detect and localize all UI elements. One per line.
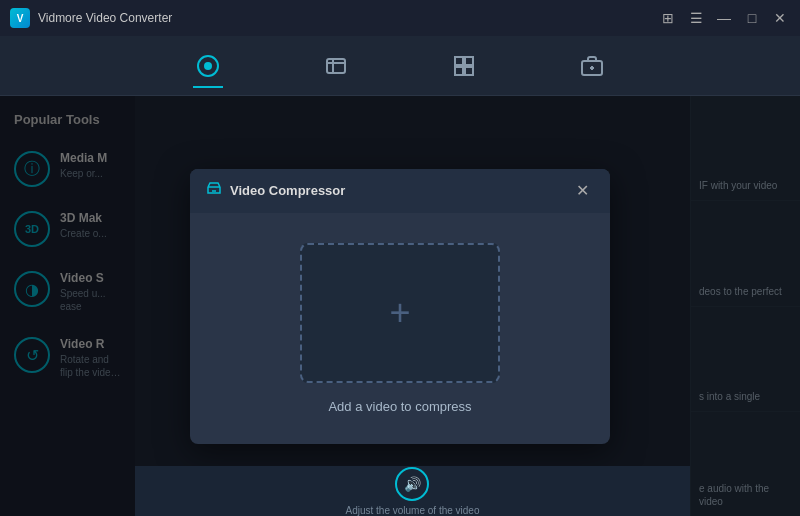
drop-zone[interactable]: + — [300, 243, 500, 383]
app-logo: V — [10, 8, 30, 28]
compressor-icon — [206, 181, 222, 201]
maximize-button[interactable]: □ — [742, 8, 762, 28]
modal-close-button[interactable]: ✕ — [570, 179, 594, 203]
nav-collage[interactable] — [440, 46, 488, 86]
title-bar-left: V Vidmore Video Converter — [10, 8, 172, 28]
bottom-bar: 🔊 Adjust the volume of the video — [135, 466, 690, 516]
bottom-volume-tool[interactable]: 🔊 Adjust the volume of the video — [346, 467, 480, 516]
title-bar-controls: ⊞ ☰ — □ ✕ — [658, 8, 790, 28]
nav-bar — [0, 36, 800, 96]
svg-rect-6 — [465, 67, 473, 75]
svg-point-1 — [204, 62, 212, 70]
svg-rect-5 — [455, 67, 463, 75]
video-compressor-modal: Video Compressor ✕ + Add a video to comp… — [190, 169, 610, 444]
svg-rect-2 — [327, 59, 345, 73]
nav-convert[interactable] — [184, 46, 232, 86]
title-bar: V Vidmore Video Converter ⊞ ☰ — □ ✕ — [0, 0, 800, 36]
volume-icon: 🔊 — [395, 467, 429, 501]
modal-header-left: Video Compressor — [206, 181, 345, 201]
plus-icon: + — [389, 295, 410, 331]
menu-button[interactable]: ☰ — [686, 8, 706, 28]
svg-rect-3 — [455, 57, 463, 65]
settings-button[interactable]: ⊞ — [658, 8, 678, 28]
modal-title: Video Compressor — [230, 183, 345, 198]
volume-label: Adjust the volume of the video — [346, 505, 480, 516]
modal-overlay: Video Compressor ✕ + Add a video to comp… — [0, 96, 800, 516]
app-title: Vidmore Video Converter — [38, 11, 172, 25]
nav-toolbox[interactable] — [568, 46, 616, 86]
nav-mv[interactable] — [312, 46, 360, 86]
modal-header: Video Compressor ✕ — [190, 169, 610, 213]
modal-body: + Add a video to compress — [190, 213, 610, 444]
add-video-label: Add a video to compress — [328, 399, 471, 414]
svg-rect-4 — [465, 57, 473, 65]
minimize-button[interactable]: — — [714, 8, 734, 28]
close-button[interactable]: ✕ — [770, 8, 790, 28]
main-content: Popular Tools ⓘ Media M Keep or... 3D 3D… — [0, 96, 800, 516]
